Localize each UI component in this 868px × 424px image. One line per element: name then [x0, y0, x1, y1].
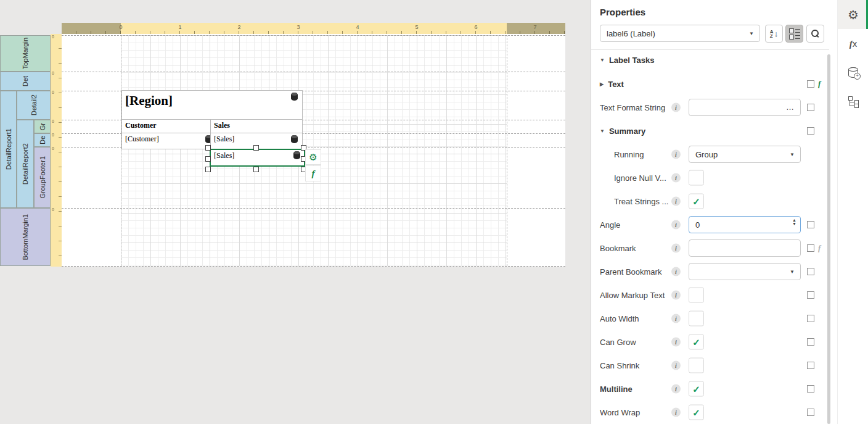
- search-properties-button[interactable]: [806, 25, 824, 43]
- panel-scrollbar[interactable]: [827, 54, 830, 424]
- data-binding-icon: [291, 135, 298, 143]
- label-region[interactable]: [Region]: [121, 90, 303, 123]
- band-detail2[interactable]: Detail2: [17, 91, 51, 120]
- info-icon[interactable]: i: [671, 314, 681, 323]
- bookmark-input[interactable]: [689, 239, 801, 257]
- parent-bookmark-dropdown[interactable]: ▼: [689, 263, 801, 280]
- band-origin-marker: 0: [52, 133, 54, 137]
- band-detailreport1[interactable]: DetailReport1: [0, 91, 17, 208]
- angle-value[interactable]: [695, 220, 794, 230]
- can-shrink-checkbox[interactable]: [689, 358, 704, 373]
- bookmark-value[interactable]: [695, 244, 794, 253]
- tab-properties[interactable]: ⚙: [838, 0, 868, 29]
- text-mini-checkbox[interactable]: [807, 80, 814, 88]
- chevron-down-icon: ▼: [749, 31, 754, 36]
- text-format-string-value[interactable]: [695, 103, 794, 112]
- data-binding-icon: [291, 93, 298, 101]
- angle-spinner-input[interactable]: ▲ ▼: [689, 216, 801, 233]
- ignore-null-values-checkbox[interactable]: [689, 170, 704, 186]
- can-shrink-mini-checkbox[interactable]: [807, 362, 814, 369]
- auto-width-checkbox[interactable]: [689, 311, 704, 326]
- resize-handle-bottom-left[interactable]: [205, 167, 211, 172]
- info-icon[interactable]: i: [671, 220, 681, 230]
- label-customer-field[interactable]: [Customer]: [121, 133, 215, 149]
- info-icon[interactable]: i: [671, 338, 681, 347]
- property-row-summary: ▼ Summary: [591, 119, 829, 143]
- resize-handle-bottom-middle[interactable]: [253, 167, 259, 172]
- band-label: Det: [22, 76, 29, 86]
- running-dropdown[interactable]: Group ▼: [689, 146, 801, 163]
- word-wrap-mini-checkbox[interactable]: [807, 409, 814, 416]
- band-detail3[interactable]: De: [34, 133, 51, 147]
- bookmark-mini-checkbox[interactable]: [807, 244, 814, 252]
- bookmark-expression-f-icon[interactable]: f: [818, 243, 821, 253]
- parent-bookmark-mini-checkbox[interactable]: [807, 268, 814, 275]
- angle-mini-checkbox[interactable]: [807, 221, 814, 228]
- resize-handle-top-middle[interactable]: [253, 145, 259, 151]
- section-label-tasks[interactable]: ▼ Label Tasks: [600, 56, 654, 65]
- tab-report-explorer[interactable]: [838, 87, 868, 116]
- info-icon[interactable]: i: [671, 385, 681, 394]
- word-wrap-checkbox[interactable]: ✓: [689, 405, 704, 420]
- tab-expressions[interactable]: fx: [838, 29, 868, 58]
- allow-markup-text-checkbox[interactable]: [689, 288, 704, 303]
- group-summary[interactable]: ▼ Summary: [600, 127, 645, 136]
- band-strip-column: TopMargin Det DetailReport1 Detail2 Deta…: [0, 34, 51, 267]
- resize-handle-middle-left[interactable]: [205, 156, 211, 162]
- summary-mini-checkbox[interactable]: [807, 127, 814, 135]
- band-bottommargin1[interactable]: BottomMargin1: [0, 208, 51, 266]
- text-expression-f-icon[interactable]: f: [818, 79, 821, 89]
- property-row-text-format-string: Text Format String i …: [591, 96, 829, 119]
- ruler-number: 7: [533, 24, 536, 30]
- text-format-string-input[interactable]: …: [689, 99, 801, 116]
- info-icon[interactable]: i: [671, 103, 681, 112]
- control-selector-dropdown[interactable]: label6 (Label) ▼: [600, 25, 760, 42]
- property-row-can-grow: Can Grow i ✓: [591, 330, 829, 354]
- group-text[interactable]: ▶ Text: [600, 80, 624, 89]
- design-surface[interactable]: [Region] Customer Sales [Customer] [Sale…: [62, 34, 565, 267]
- info-icon[interactable]: i: [671, 150, 681, 159]
- can-grow-mini-checkbox[interactable]: [807, 338, 814, 346]
- multiline-checkbox[interactable]: ✓: [689, 381, 704, 397]
- treat-strings-checkbox[interactable]: ✓: [689, 194, 704, 209]
- info-icon[interactable]: i: [671, 244, 681, 253]
- text-format-string-mini-checkbox[interactable]: [807, 104, 814, 111]
- band-separator[interactable]: [62, 266, 565, 267]
- band-detail[interactable]: Det: [0, 72, 51, 91]
- spinner-buttons[interactable]: ▲ ▼: [792, 218, 796, 226]
- expression-button[interactable]: f: [305, 165, 321, 181]
- tab-data-sources[interactable]: +: [838, 58, 868, 87]
- resize-handle-top-left[interactable]: [205, 145, 211, 151]
- allow-markup-text-mini-checkbox[interactable]: [807, 291, 814, 299]
- info-icon[interactable]: i: [671, 408, 681, 417]
- gear-icon: ⚙: [848, 9, 859, 21]
- auto-width-mini-checkbox[interactable]: [807, 315, 814, 322]
- band-groupfooter1[interactable]: GroupFooter1: [34, 147, 51, 208]
- info-icon[interactable]: i: [671, 361, 681, 370]
- ellipsis-button[interactable]: …: [786, 102, 795, 112]
- info-icon[interactable]: i: [671, 267, 681, 276]
- multiline-mini-checkbox[interactable]: [807, 385, 814, 393]
- band-separator[interactable]: [62, 72, 565, 72]
- band-detailreport2[interactable]: DetailReport2: [17, 120, 34, 208]
- band-label: GroupFooter1: [39, 156, 46, 198]
- property-rows: ▶ Text f Text Format String i … ▼ Summar…: [591, 72, 829, 424]
- chevron-collapsed-icon: ▶: [600, 81, 604, 87]
- category-view-button[interactable]: [785, 25, 803, 43]
- info-icon[interactable]: i: [671, 173, 681, 183]
- band-separator[interactable]: [62, 208, 565, 209]
- band-topmargin[interactable]: TopMargin: [0, 35, 51, 72]
- sort-alphabetical-button[interactable]: AZ ↓: [765, 25, 783, 43]
- band-label: Gr: [39, 123, 46, 130]
- chevron-expanded-icon: ▼: [600, 128, 605, 134]
- properties-panel: Properties label6 (Label) ▼ AZ ↓ ▼ Label…: [591, 0, 837, 424]
- can-grow-checkbox[interactable]: ✓: [689, 335, 704, 350]
- label-region-text: [Region]: [125, 93, 173, 108]
- info-icon[interactable]: i: [671, 197, 681, 206]
- info-icon[interactable]: i: [671, 291, 681, 300]
- section-title: Label Tasks: [609, 56, 654, 65]
- band-separator[interactable]: [62, 35, 565, 36]
- label6-selected[interactable]: [Sales]: [210, 149, 305, 167]
- band-groupheader[interactable]: Gr: [34, 120, 51, 133]
- smart-tag-tasks-button[interactable]: ⚙: [305, 149, 321, 165]
